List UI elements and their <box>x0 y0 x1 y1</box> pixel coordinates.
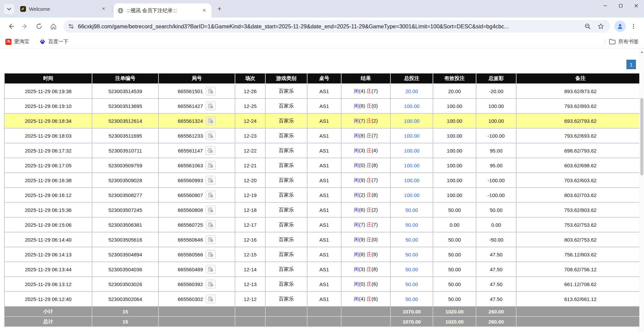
footer-total-bet: 1070.00 <box>391 307 433 316</box>
tab-close-icon[interactable]: × <box>201 7 208 14</box>
video-replay-button[interactable] <box>206 176 216 185</box>
video-replay-button[interactable] <box>206 102 216 110</box>
baidu-paw-icon <box>39 39 46 45</box>
close-window-button[interactable] <box>628 0 644 11</box>
total-bet-link[interactable]: 50.00 <box>405 237 418 243</box>
total-bet-link[interactable]: 50.00 <box>405 267 418 272</box>
back-button[interactable] <box>5 20 17 32</box>
video-replay-button[interactable] <box>206 250 216 259</box>
total-bet-link[interactable]: 50.00 <box>405 207 418 213</box>
tab-bet-record[interactable]: :::视讯 会员下注纪录::: × <box>114 3 211 18</box>
table-row[interactable]: 2025-11-29 06:19:10523003513695665561427… <box>5 99 644 113</box>
total-bet-link[interactable]: 50.00 <box>405 281 418 287</box>
video-replay-button[interactable] <box>206 280 216 288</box>
table-row[interactable]: 2025-11-29 06:18:34523003512614665561324… <box>5 114 644 128</box>
video-replay-button[interactable] <box>206 235 216 244</box>
total-bet-link[interactable]: 100.00 <box>404 118 419 124</box>
bookmark-this-page-button[interactable] <box>596 22 606 31</box>
video-replay-button[interactable] <box>206 295 216 303</box>
table-row[interactable]: 2025-11-29 06:17:05523003509759665561063… <box>5 158 644 172</box>
vertical-scrollbar[interactable] <box>639 49 644 332</box>
video-replay-button[interactable] <box>206 191 216 199</box>
cell-round-id: 665561427 <box>159 99 235 113</box>
video-replay-button[interactable] <box>206 116 216 125</box>
pagination-page-1-button[interactable]: 1 <box>626 60 636 69</box>
table-row[interactable]: 2025-11-29 06:16:12523003508277665560907… <box>5 188 644 202</box>
table-row[interactable]: 2025-11-29 06:16:38523003509028665560993… <box>5 173 644 187</box>
zoom-level-button[interactable] <box>583 22 592 31</box>
video-replay-button[interactable] <box>206 220 216 229</box>
video-replay-icon <box>208 237 213 242</box>
tab-close-icon[interactable]: × <box>100 5 107 12</box>
cell-total-bet[interactable]: 50.00 <box>391 232 433 247</box>
cell-time: 2025-11-29 06:17:05 <box>5 158 92 172</box>
table-row[interactable]: 2025-11-29 06:14:13523003504894665560566… <box>5 247 644 261</box>
total-bet-link[interactable]: 50.00 <box>405 252 418 257</box>
video-replay-button[interactable] <box>206 205 216 214</box>
minimize-button[interactable] <box>597 0 613 11</box>
tab-search-button[interactable] <box>4 4 14 14</box>
cell-total-bet[interactable]: 50.00 <box>391 203 433 217</box>
video-replay-button[interactable] <box>206 87 216 95</box>
profile-avatar[interactable] <box>614 21 626 32</box>
total-bet-link[interactable]: 100.00 <box>404 192 419 198</box>
table-row[interactable]: 2025-11-29 06:14:40523003505616665560646… <box>5 232 644 247</box>
browser-menu-button[interactable] <box>628 21 639 32</box>
cell-result: 闲(9) 庄(7) <box>342 173 390 187</box>
total-bet-link[interactable]: 50.00 <box>405 222 418 228</box>
maximize-button[interactable] <box>613 0 628 11</box>
video-replay-button[interactable] <box>206 161 216 170</box>
total-bet-link[interactable]: 100.00 <box>404 133 419 139</box>
cell-total-bet[interactable]: 100.00 <box>391 158 433 172</box>
video-replay-button[interactable] <box>205 146 215 155</box>
home-button[interactable] <box>47 20 59 32</box>
table-row[interactable]: 2025-11-29 06:18:03523003511695665561233… <box>5 129 644 143</box>
reload-button[interactable] <box>33 20 45 32</box>
bookmark-taobao[interactable]: 淘 爱淘宝 <box>5 38 29 45</box>
table-row[interactable]: 2025-11-29 06:13:12523003503026665560392… <box>5 277 644 291</box>
cell-total-bet[interactable]: 100.00 <box>391 114 433 128</box>
cell-total-bet[interactable]: 50.00 <box>391 262 433 276</box>
result-banker: 庄 <box>367 162 372 168</box>
table-row[interactable]: 2025-11-29 06:12:40523003502064665560302… <box>5 292 644 306</box>
video-replay-button[interactable] <box>206 131 216 140</box>
forward-button[interactable] <box>19 20 31 32</box>
total-bet-link[interactable]: 100.00 <box>404 177 419 183</box>
site-info-icon[interactable] <box>68 23 74 29</box>
cell-total-bet[interactable]: 50.00 <box>391 247 433 261</box>
cell-total-bet[interactable]: 100.00 <box>391 173 433 187</box>
tab-welcome[interactable]: Welcome × <box>16 2 111 15</box>
bookmark-baidu[interactable]: 百度一下 <box>39 38 68 45</box>
table-row[interactable]: 2025-11-29 06:17:32523003510711665561147… <box>5 143 644 158</box>
all-bookmarks-button[interactable]: 所有书签 <box>609 38 639 45</box>
cell-total-bet[interactable]: 50.00 <box>391 292 433 306</box>
result-player: 闲 <box>354 192 359 198</box>
cell-game-type: 百家乐 <box>266 188 307 202</box>
cell-total-bet[interactable]: 100.00 <box>391 188 433 202</box>
cell-total-bet[interactable]: 100.00 <box>391 143 433 158</box>
scrollbar-thumb[interactable] <box>640 98 643 175</box>
total-bet-link[interactable]: 100.00 <box>404 148 419 154</box>
table-row[interactable]: 2025-11-29 06:19:38523003514539665561501… <box>5 84 644 98</box>
cell-total-bet[interactable]: 50.00 <box>391 277 433 291</box>
video-replay-button[interactable] <box>206 265 216 274</box>
address-bar[interactable]: 66cxkj98.com/game/betrecord_search/kind3… <box>63 20 610 33</box>
total-bet-link[interactable]: 100.00 <box>404 103 419 109</box>
total-bet-link[interactable]: 20.00 <box>405 88 418 94</box>
footer-payout: 260.00 <box>476 307 516 316</box>
cell-round-id: 665560725 <box>159 218 235 232</box>
total-bet-link[interactable]: 50.00 <box>405 296 418 302</box>
scrollbar-up-arrow-icon[interactable] <box>640 49 644 55</box>
cell-total-bet[interactable]: 50.00 <box>391 218 433 232</box>
close-icon <box>634 4 638 8</box>
table-row[interactable]: 2025-11-29 06:13:44523003504036665560489… <box>5 262 644 276</box>
total-bet-link[interactable]: 100.00 <box>404 163 419 168</box>
cell-total-bet[interactable]: 100.00 <box>391 99 433 113</box>
cell-total-bet[interactable]: 100.00 <box>391 129 433 143</box>
cell-total-bet[interactable]: 20.00 <box>391 84 433 98</box>
new-tab-button[interactable]: + <box>215 4 224 13</box>
table-row[interactable]: 2025-11-29 06:15:36523003507245665560808… <box>5 203 644 217</box>
url-text[interactable]: 66cxkj98.com/game/betrecord_search/kind3… <box>78 23 579 30</box>
round-id-text: 665561324 <box>178 118 203 124</box>
table-row[interactable]: 2025-11-29 06:15:06523003506381665560725… <box>5 218 644 232</box>
